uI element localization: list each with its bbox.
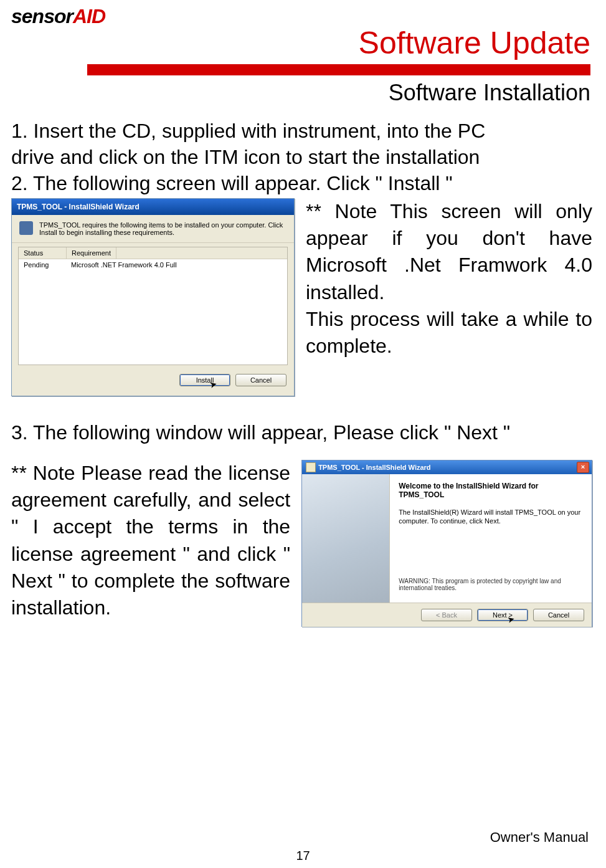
step-3-text: 3. The following window will appear, Ple… [11, 421, 592, 444]
close-icon[interactable]: × [577, 462, 589, 473]
note-2-text: ** Note Please read the license agreemen… [11, 460, 290, 621]
wizard-dialog-buttons: < Back Next > ➤ Cancel [302, 603, 592, 627]
requirements-list-header: Status Requirement [19, 247, 287, 259]
cancel-button-2[interactable]: Cancel [533, 609, 584, 621]
row-requirement: Microsoft .NET Framework 4.0 Full [66, 259, 182, 270]
brand-logo: sensorAID [11, 5, 105, 28]
table-row: Pending Microsoft .NET Framework 4.0 Ful… [19, 259, 287, 270]
prereq-dialog: TPMS_TOOL - InstallShield Wizard TPMS_TO… [11, 198, 295, 396]
note-1-text: ** Note This screen will only appear if … [306, 198, 592, 360]
wizard-warning-text: WARNING: This program is protected by co… [399, 578, 583, 591]
wizard-welcome-text: The InstallShield(R) Wizard will install… [399, 508, 583, 526]
wizard-side-graphic [302, 474, 390, 603]
prereq-dialog-banner: TPMS_TOOL requires the following items t… [12, 215, 294, 243]
wizard-dialog-title: TPMS_TOOL - InstallShield Wizard [318, 464, 430, 471]
step-1-text: 1. Insert the CD, supplied with instrume… [11, 118, 592, 170]
footer-manual-label: Owner's Manual [490, 829, 589, 846]
install-button[interactable]: Install ➤ [179, 374, 230, 386]
brand-sensor-text: sensor [11, 5, 73, 28]
back-button-label: < Back [436, 611, 457, 619]
wizard-main-panel: Welcome to the InstallShield Wizard for … [390, 474, 592, 603]
step-2-text: 2. The following screen will appear. Cli… [11, 171, 592, 197]
prereq-dialog-buttons: Install ➤ Cancel [12, 369, 294, 391]
prereq-dialog-banner-text: TPMS_TOOL requires the following items t… [39, 221, 286, 236]
installer-icon [19, 221, 33, 235]
cancel-button-label: Cancel [250, 376, 272, 384]
cursor-icon: ➤ [506, 614, 516, 626]
prereq-dialog-title: TPMS_TOOL - InstallShield Wizard [17, 203, 140, 211]
requirements-list: Status Requirement Pending Microsoft .NE… [18, 247, 288, 365]
installer-small-icon [306, 462, 316, 472]
wizard-dialog-titlebar: TPMS_TOOL - InstallShield Wizard × [302, 460, 592, 474]
prereq-dialog-titlebar: TPMS_TOOL - InstallShield Wizard [12, 199, 294, 215]
back-button[interactable]: < Back [421, 609, 472, 621]
col-status: Status [19, 247, 67, 259]
page-subtitle: Software Installation [389, 80, 590, 106]
brand-aid-text: AID [73, 5, 105, 28]
footer-page-number: 17 [0, 849, 606, 863]
row-status: Pending [19, 259, 66, 270]
cancel-button[interactable]: Cancel [235, 374, 286, 386]
wizard-dialog: TPMS_TOOL - InstallShield Wizard × Welco… [301, 460, 592, 627]
page-title: Software Update [359, 25, 590, 61]
title-divider [87, 64, 590, 75]
next-button[interactable]: Next > ➤ [477, 609, 528, 621]
cancel-button-2-label: Cancel [548, 611, 569, 619]
col-requirement: Requirement [67, 247, 116, 259]
wizard-welcome-heading: Welcome to the InstallShield Wizard for … [399, 482, 583, 499]
cursor-icon: ➤ [209, 379, 219, 391]
